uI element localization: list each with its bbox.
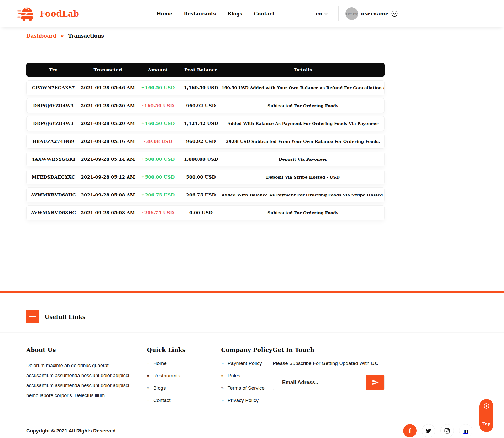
nav-item-contact[interactable]: Contact <box>254 11 275 17</box>
table-row: 4AXWWR5YGGKI 2021-09-28 05:14 AM +500.00… <box>26 152 385 166</box>
cell-transacted: 2021-09-28 05:46 AM <box>80 85 135 90</box>
cell-transacted: 2021-09-28 05:12 AM <box>80 174 135 180</box>
header-divider <box>338 6 339 21</box>
link-label: Home <box>153 361 167 366</box>
email-field[interactable] <box>273 375 366 390</box>
breadcrumb: Dashboard » Transactions <box>0 27 504 44</box>
footer-about: About Us Dolorum maxime ab doloribus qua… <box>26 346 135 410</box>
quick-links-title: Quick Links <box>147 346 196 353</box>
amount-sign: - <box>142 211 143 215</box>
useful-links-title: Usefull Links <box>45 314 85 320</box>
amount-sign: - <box>144 139 145 143</box>
quick-links-list: »Home»Restaurants»Blogs»Contact <box>147 361 196 403</box>
bottom-bar: Copyright © 2021 All Rights Reserved f i… <box>0 418 504 438</box>
cell-post-balance: 1,160.50 USD <box>180 85 222 90</box>
breadcrumb-dashboard[interactable]: Dashboard <box>26 33 56 39</box>
company-policy-title: Company Policy <box>221 346 272 353</box>
page-title: Transactions <box>68 33 104 39</box>
nav-item-blogs[interactable]: Blogs <box>227 11 242 17</box>
cell-trx: DRP6J6YZD4W3 <box>27 103 80 108</box>
link-label: Contact <box>153 398 170 403</box>
cell-amount: -206.75 USD <box>136 210 180 215</box>
paper-plane-icon <box>372 379 379 386</box>
amount-value: 160.50 USD <box>145 121 175 126</box>
cell-details: Added With Balance As Payment For Orderi… <box>222 121 384 126</box>
double-chevron-icon: » <box>221 373 223 378</box>
policy-link-payment-policy[interactable]: »Payment Policy <box>221 361 272 366</box>
column-header-post-balance: Post Balance <box>180 67 222 72</box>
cell-post-balance: 960.92 USD <box>180 139 222 144</box>
footer-get-in-touch: Get In Touch Please Subscribe For Gettin… <box>273 346 385 410</box>
send-button[interactable] <box>366 375 384 390</box>
linkedin-icon[interactable]: in <box>459 424 472 437</box>
get-in-touch-title: Get In Touch <box>273 346 385 353</box>
cell-amount: -160.50 USD <box>136 103 180 108</box>
chevron-down-icon <box>324 13 328 15</box>
footer: Usefull Links About Us Dolorum maxime ab… <box>0 293 504 438</box>
instagram-icon[interactable] <box>440 424 454 437</box>
link-label: Terms of Service <box>228 385 265 391</box>
nav-item-home[interactable]: Home <box>156 11 172 17</box>
back-to-top-button[interactable]: Top <box>479 399 494 432</box>
back-to-top-label: Top <box>482 421 490 427</box>
language-selector[interactable]: en <box>316 11 328 17</box>
subscribe-form <box>273 375 385 390</box>
link-label: Rules <box>228 373 240 379</box>
logo[interactable]: FoodLab <box>17 6 79 22</box>
footer-company-policy: Company Policy »Payment Policy»Rules»Ter… <box>221 346 272 410</box>
cell-amount: +500.00 USD <box>136 174 180 180</box>
table-row: GP5WN7EGAXS7 2021-09-28 05:46 AM +160.50… <box>26 80 385 95</box>
about-title: About Us <box>26 346 135 353</box>
nav-item-restaurants[interactable]: Restaurants <box>184 11 216 17</box>
table-header: TrxTransactedAmountPost BalanceDetails <box>26 63 385 77</box>
policy-link-terms-of-service[interactable]: »Terms of Service <box>221 385 272 391</box>
policy-link-privacy-policy[interactable]: »Privacy Policy <box>221 398 272 403</box>
amount-value: 160.50 USD <box>145 85 175 90</box>
cell-amount: +160.50 USD <box>136 85 180 90</box>
amount-sign: + <box>141 157 144 161</box>
cell-transacted: 2021-09-28 05:20 AM <box>80 121 135 126</box>
double-chevron-icon: » <box>221 385 223 391</box>
amount-value: 500.00 USD <box>145 157 175 162</box>
policy-link-rules[interactable]: »Rules <box>221 373 272 379</box>
quick-link-home[interactable]: »Home <box>147 361 196 366</box>
cell-details: Deposit Via Payoneer <box>222 157 384 162</box>
footer-columns: About Us Dolorum maxime ab doloribus qua… <box>26 346 385 410</box>
amount-value: 39.08 USD <box>146 139 172 144</box>
cell-post-balance: 500.00 USD <box>180 174 222 180</box>
brand-name: FoodLab <box>40 9 79 18</box>
cell-details: Subtracted For Ordering Foods <box>222 103 384 108</box>
chevron-down-circle-icon <box>391 11 398 17</box>
target-icon <box>484 403 489 409</box>
avatar: 350×300 <box>345 7 358 20</box>
amount-sign: + <box>141 121 144 125</box>
cell-amount: +206.75 USD <box>136 192 180 197</box>
quick-link-blogs[interactable]: »Blogs <box>147 385 196 391</box>
amount-sign: + <box>141 175 144 179</box>
user-menu[interactable]: 350×300 username <box>345 7 398 20</box>
cell-transacted: 2021-09-28 05:16 AM <box>80 139 135 144</box>
table-row: MFEDSDAECXXC 2021-09-28 05:12 AM +500.00… <box>26 170 385 184</box>
spacer <box>0 220 504 291</box>
cell-transacted: 2021-09-28 05:08 AM <box>80 192 135 197</box>
avatar-placeholder-text: 350×300 <box>346 12 358 15</box>
table-row: AVWMXBVD68HC 2021-09-28 05:08 AM +206.75… <box>26 187 385 202</box>
subscribe-text: Please Subscribe For Getting Updated Wit… <box>273 361 385 366</box>
amount-sign: + <box>141 193 144 197</box>
twitter-icon[interactable] <box>422 424 435 437</box>
column-header-details: Details <box>222 67 385 72</box>
cell-post-balance: 1,000.00 USD <box>180 157 222 162</box>
amount-sign: + <box>141 86 144 90</box>
cell-amount: +500.00 USD <box>136 157 180 162</box>
column-header-trx: Trx <box>26 67 80 72</box>
cell-trx: H8AUZA274HG9 <box>27 139 80 144</box>
header-right: en 350×300 username <box>316 6 398 21</box>
cell-transacted: 2021-09-28 05:14 AM <box>80 157 135 162</box>
quick-link-contact[interactable]: »Contact <box>147 398 196 403</box>
facebook-icon[interactable]: f <box>403 424 417 437</box>
cell-details: Subtracted For Ordering Foods <box>222 210 384 215</box>
quick-link-restaurants[interactable]: »Restaurants <box>147 373 196 379</box>
double-chevron-icon: » <box>147 373 149 378</box>
cell-details: 39.08 USD Subtracted From Your Own Balan… <box>222 139 384 144</box>
about-text: Dolorum maxime ab doloribus quaerat accu… <box>26 361 135 400</box>
